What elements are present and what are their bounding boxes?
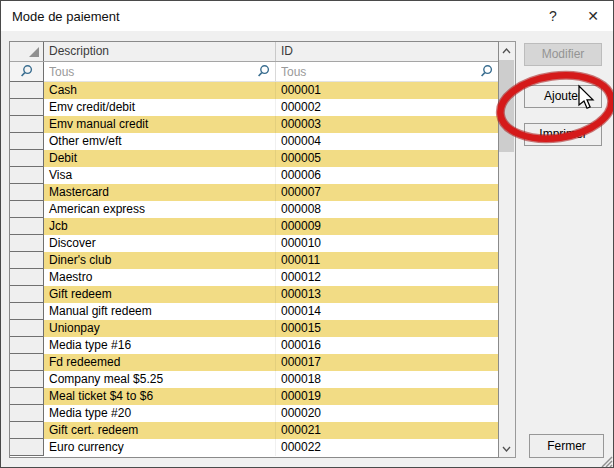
titlebar: Mode de paiement ? ✕	[1, 1, 613, 31]
row-id: 000010	[276, 235, 498, 252]
row-gutter-cell[interactable]	[10, 405, 44, 422]
fermer-button[interactable]: Fermer	[529, 434, 604, 458]
column-header-description[interactable]: Description	[44, 42, 276, 61]
table-row[interactable]: Emv manual credit 000003	[10, 116, 498, 133]
row-description: Mastercard	[44, 184, 276, 201]
table-row[interactable]: Unionpay 000015	[10, 320, 498, 337]
row-description: Maestro	[44, 269, 276, 286]
table-header: Description ID	[10, 42, 498, 62]
row-description: Euro currency	[44, 439, 276, 456]
ajouter-button[interactable]: Ajouter	[524, 85, 602, 108]
search-icon[interactable]	[479, 64, 494, 79]
row-id: 000014	[276, 303, 498, 320]
row-description: Manual gift redeem	[44, 303, 276, 320]
row-id: 000001	[276, 82, 498, 99]
table-row[interactable]: Emv credit/debit 000002	[10, 99, 498, 116]
row-id: 000011	[276, 252, 498, 269]
row-id: 000005	[276, 150, 498, 167]
row-gutter-cell[interactable]	[10, 371, 44, 388]
vertical-scrollbar[interactable]	[499, 41, 516, 458]
scroll-up-button[interactable]	[499, 42, 514, 59]
table-row[interactable]: Visa 000006	[10, 167, 498, 184]
column-header-id[interactable]: ID	[276, 42, 498, 61]
search-icon[interactable]	[256, 64, 271, 79]
row-id: 000018	[276, 371, 498, 388]
row-gutter-cell[interactable]	[10, 184, 44, 201]
imprimer-button[interactable]: Imprimer	[524, 123, 602, 146]
table-row[interactable]: Maestro 000012	[10, 269, 498, 286]
id-filter-input[interactable]	[276, 65, 479, 79]
table-row[interactable]: Fd redeemed 000017	[10, 354, 498, 371]
row-gutter-cell[interactable]	[10, 150, 44, 167]
row-gutter-cell[interactable]	[10, 303, 44, 320]
scroll-down-button[interactable]	[499, 440, 514, 457]
row-description: Gift redeem	[44, 286, 276, 303]
row-gutter-cell[interactable]	[10, 99, 44, 116]
row-gutter-cell[interactable]	[10, 354, 44, 371]
row-id: 000020	[276, 405, 498, 422]
row-gutter-cell[interactable]	[10, 252, 44, 269]
row-description: Unionpay	[44, 320, 276, 337]
row-gutter-cell[interactable]	[10, 82, 44, 99]
row-gutter-cell[interactable]	[10, 286, 44, 303]
row-description: Jcb	[44, 218, 276, 235]
row-id: 000016	[276, 337, 498, 354]
filter-gutter-cell	[10, 62, 44, 82]
help-button[interactable]: ?	[533, 1, 573, 31]
row-gutter-cell[interactable]	[10, 201, 44, 218]
row-gutter-cell[interactable]	[10, 337, 44, 354]
table-row[interactable]: Jcb 000009	[10, 218, 498, 235]
table-row[interactable]: Cash 000001	[10, 82, 498, 99]
table-row[interactable]: Diner's club 000011	[10, 252, 498, 269]
row-id: 000004	[276, 133, 498, 150]
row-id: 000009	[276, 218, 498, 235]
filter-row	[10, 62, 498, 82]
chevron-up-icon	[502, 48, 511, 54]
description-filter-input[interactable]	[44, 65, 256, 79]
row-id: 000006	[276, 167, 498, 184]
close-button[interactable]: ✕	[573, 1, 613, 31]
table-row[interactable]: Euro currency 000022	[10, 439, 498, 456]
row-description: Company meal $5.25	[44, 371, 276, 388]
row-id: 000008	[276, 201, 498, 218]
table-row[interactable]: Discover 000010	[10, 235, 498, 252]
row-id: 000007	[276, 184, 498, 201]
row-gutter-cell[interactable]	[10, 167, 44, 184]
row-description: Media type #20	[44, 405, 276, 422]
row-description: Fd redeemed	[44, 354, 276, 371]
row-description: Visa	[44, 167, 276, 184]
row-description: Media type #16	[44, 337, 276, 354]
chevron-down-icon	[502, 446, 511, 452]
table-row[interactable]: Company meal $5.25 000018	[10, 371, 498, 388]
row-description: Discover	[44, 235, 276, 252]
row-id: 000002	[276, 99, 498, 116]
row-gutter-cell[interactable]	[10, 116, 44, 133]
row-gutter-cell[interactable]	[10, 388, 44, 405]
search-icon	[19, 64, 34, 79]
table-row[interactable]: American express 000008	[10, 201, 498, 218]
table-row[interactable]: Other emv/eft 000004	[10, 133, 498, 150]
row-gutter-cell[interactable]	[10, 439, 44, 456]
table-row[interactable]: Media type #16 000016	[10, 337, 498, 354]
table-row[interactable]: Gift cert. redeem 000021	[10, 422, 498, 439]
row-gutter-cell[interactable]	[10, 269, 44, 286]
table-row[interactable]: Manual gift redeem 000014	[10, 303, 498, 320]
row-gutter-cell[interactable]	[10, 320, 44, 337]
table-body: Cash 000001 Emv credit/debit 000002 Emv …	[10, 82, 498, 457]
scrollbar-thumb[interactable]	[499, 60, 514, 152]
row-id: 000019	[276, 388, 498, 405]
row-gutter-cell[interactable]	[10, 235, 44, 252]
modifier-button[interactable]: Modifier	[524, 43, 602, 66]
table-row[interactable]: Gift redeem 000013	[10, 286, 498, 303]
table-row[interactable]: Media type #20 000020	[10, 405, 498, 422]
row-id: 000022	[276, 439, 498, 456]
select-all-corner[interactable]	[10, 42, 44, 61]
resize-grip[interactable]	[602, 457, 612, 467]
table-row[interactable]: Meal ticket $4 to $6 000019	[10, 388, 498, 405]
row-gutter-cell[interactable]	[10, 218, 44, 235]
row-gutter-cell[interactable]	[10, 422, 44, 439]
payment-table: Description ID	[9, 41, 516, 458]
row-gutter-cell[interactable]	[10, 133, 44, 150]
table-row[interactable]: Debit 000005	[10, 150, 498, 167]
table-row[interactable]: Mastercard 000007	[10, 184, 498, 201]
